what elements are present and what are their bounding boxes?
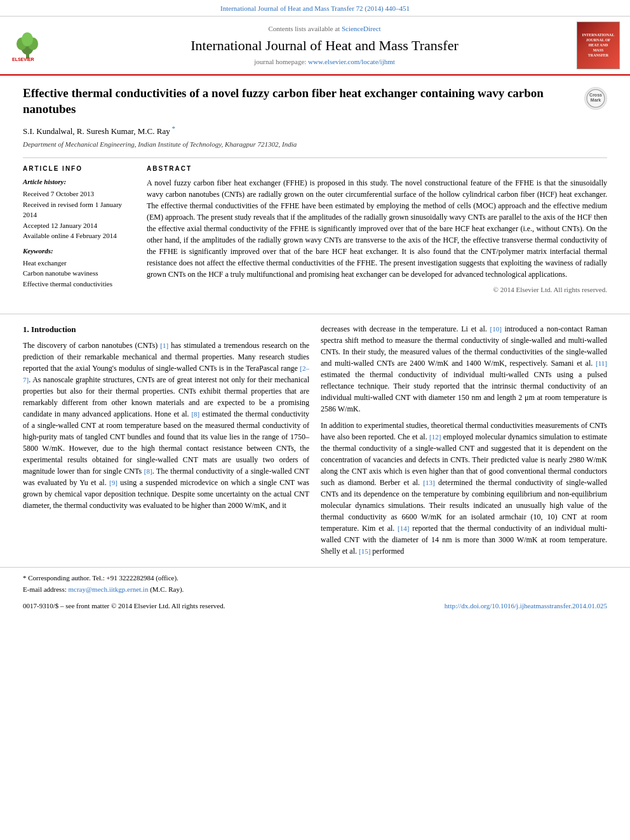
- crossmark-svg: Cross Mark: [586, 88, 606, 109]
- sciencedirect-line: Contents lists available at ScienceDirec…: [80, 24, 569, 34]
- journal-header-left: ELSEVIER: [10, 28, 80, 63]
- crossmark-icon: Cross Mark: [584, 87, 607, 110]
- issn-text: 0017-9310/$ – see front matter © 2014 El…: [23, 601, 225, 611]
- svg-text:Cross: Cross: [589, 93, 602, 97]
- ref-1: [1]: [160, 342, 168, 349]
- article-title: Effective thermal conductivities of a no…: [23, 86, 607, 117]
- body-para-2: decreases with decrease in the temperatu…: [321, 323, 607, 415]
- homepage-prefix: journal homepage:: [254, 58, 308, 65]
- body-col-right: decreases with decrease in the temperatu…: [321, 323, 607, 562]
- authors-line: S.I. Kundalwal, R. Suresh Kumar, M.C. Ra…: [23, 124, 607, 138]
- journal-header-center: Contents lists available at ScienceDirec…: [80, 24, 569, 67]
- authors-text: S.I. Kundalwal, R. Suresh Kumar, M.C. Ra…: [23, 126, 170, 136]
- svg-text:Mark: Mark: [591, 98, 601, 102]
- ref-11: [11]: [596, 359, 607, 367]
- journal-header-right: INTERNATIONALJOURNAL OFHEAT ANDMASSTRANS…: [569, 22, 620, 69]
- corresponding-author-note: * Corresponding author. Tel.: +91 322228…: [23, 573, 607, 584]
- ref-2-7: [2–7]: [23, 364, 309, 383]
- body-para-3: In addition to experimental studies, the…: [321, 420, 607, 557]
- corresponding-author-marker: *: [170, 124, 175, 132]
- homepage-link[interactable]: www.elsevier.com/locate/ijhmt: [308, 58, 395, 65]
- bottom-bar: 0017-9310/$ – see front matter © 2014 El…: [0, 597, 630, 616]
- article-info-column: ARTICLE INFO Article history: Received 7…: [23, 164, 134, 295]
- top-citation-bar: International Journal of Heat and Mass T…: [0, 0, 630, 17]
- abstract-column: ABSTRACT A novel fuzzy carbon fiber heat…: [147, 164, 607, 295]
- elsevier-tree-icon: ELSEVIER: [10, 28, 45, 63]
- ref-15: [15]: [359, 547, 370, 555]
- corresponding-note-text: * Corresponding author. Tel.: +91 322228…: [23, 574, 178, 582]
- sciencedirect-prefix: Contents lists available at: [268, 25, 341, 32]
- ref-8b: [8]: [144, 467, 152, 475]
- crossmark-badge: Cross Mark: [584, 87, 607, 110]
- article-info-label: ARTICLE INFO: [23, 164, 134, 173]
- email-label: E-mail address:: [23, 585, 67, 593]
- email-address[interactable]: mcray@mech.iitkgp.ernet.in: [68, 585, 148, 593]
- article-content: Cross Mark Effective thermal conductivit…: [0, 76, 630, 305]
- journal-title: International Journal of Heat and Mass T…: [80, 36, 569, 56]
- journal-cover-image: INTERNATIONALJOURNAL OFHEAT ANDMASSTRANS…: [577, 22, 620, 69]
- keyword-3: Effective thermal conductivities: [23, 279, 134, 290]
- keyword-1: Heat exchanger: [23, 258, 134, 269]
- ref-12: [12]: [429, 433, 441, 441]
- keywords-label: Keywords:: [23, 246, 134, 256]
- keyword-2: Carbon nanotube waviness: [23, 268, 134, 279]
- article-info-abstract-section: ARTICLE INFO Article history: Received 7…: [23, 157, 607, 295]
- body-col-left: 1. Introduction The discovery of carbon …: [23, 323, 309, 562]
- ref-9: [9]: [109, 479, 117, 486]
- body-text-section: 1. Introduction The discovery of carbon …: [0, 323, 630, 562]
- body-para-1: The discovery of carbon nanotubes (CNTs)…: [23, 340, 309, 511]
- ref-13: [13]: [423, 479, 434, 486]
- elsevier-logo: ELSEVIER: [10, 28, 45, 63]
- sciencedirect-link-text[interactable]: ScienceDirect: [342, 25, 381, 32]
- ref-10: [10]: [490, 325, 501, 333]
- abstract-label: ABSTRACT: [147, 164, 607, 173]
- svg-text:ELSEVIER: ELSEVIER: [12, 57, 34, 62]
- citation-text: International Journal of Heat and Mass T…: [220, 4, 410, 12]
- journal-header: ELSEVIER Contents lists available at Sci…: [0, 17, 630, 76]
- svg-point-4: [22, 32, 33, 46]
- affiliation: Department of Mechanical Engineering, In…: [23, 140, 607, 149]
- ref-14: [14]: [398, 524, 409, 532]
- article-history-heading: Article history:: [23, 177, 134, 187]
- doi-link[interactable]: http://dx.doi.org/10.1016/j.ijheatmasstr…: [445, 601, 607, 611]
- journal-homepage: journal homepage: www.elsevier.com/locat…: [80, 57, 569, 67]
- abstract-text: A novel fuzzy carbon fiber heat exchange…: [147, 177, 607, 280]
- section-divider: [0, 314, 630, 314]
- article-title-block: Cross Mark Effective thermal conductivit…: [23, 86, 607, 117]
- section-1-number: 1.: [23, 324, 29, 334]
- page-container: International Journal of Heat and Mass T…: [0, 0, 630, 840]
- email-line: E-mail address: mcray@mech.iitkgp.ernet.…: [23, 584, 607, 596]
- received-date: Received 7 October 2013 Received in revi…: [23, 189, 134, 241]
- footer-area: * Corresponding author. Tel.: +91 322228…: [0, 567, 630, 597]
- email-suffix: (M.C. Ray).: [150, 585, 184, 593]
- section-1-title: Introduction: [31, 324, 76, 334]
- section-1-heading: 1. Introduction: [23, 323, 309, 336]
- ref-8a: [8]: [191, 410, 199, 418]
- copyright-line: © 2014 Elsevier Ltd. All rights reserved…: [147, 285, 607, 295]
